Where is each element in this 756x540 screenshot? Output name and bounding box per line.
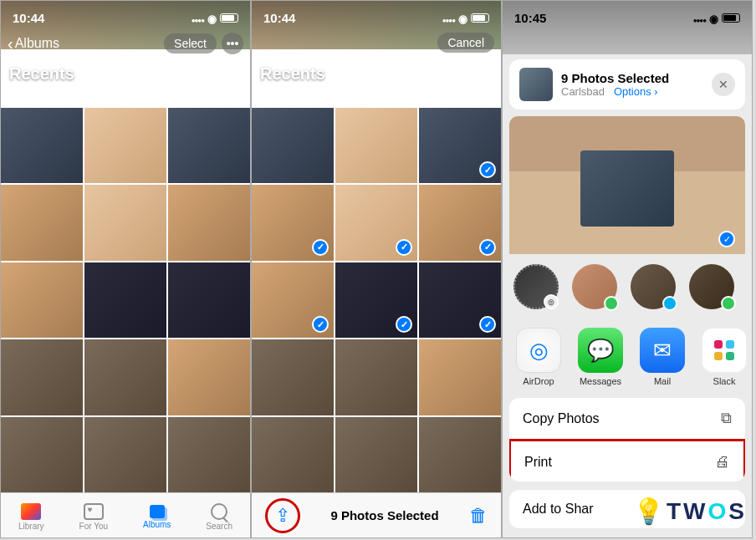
messages-icon: 💬 <box>578 328 623 373</box>
selected-check-icon: ✓ <box>479 161 496 178</box>
tab-library[interactable]: Library <box>18 503 44 531</box>
photo-thumb[interactable] <box>168 339 250 415</box>
cellular-signal-icon <box>693 11 706 25</box>
photo-thumb[interactable] <box>168 108 250 183</box>
cancel-button[interactable]: Cancel <box>437 33 494 53</box>
nav-right-actions: Select ••• <box>164 33 243 54</box>
photo-thumb[interactable] <box>168 262 250 338</box>
photo-thumb[interactable] <box>84 108 166 183</box>
skype-badge-icon <box>662 296 677 311</box>
options-link[interactable]: Options › <box>614 85 658 98</box>
more-button[interactable]: ••• <box>222 33 243 54</box>
cellular-signal-icon <box>192 11 204 25</box>
photo-thumb[interactable]: ✓ <box>419 185 501 260</box>
tab-label: For You <box>79 522 108 531</box>
highlight-circle: ⇪ <box>265 498 300 533</box>
section-title: Recents <box>260 64 325 84</box>
tab-label: Albums <box>143 520 171 529</box>
nav-bar: ‹ Albums Select ••• <box>1 33 250 54</box>
action-copy-photos[interactable]: Copy Photos ⧉ <box>509 398 745 440</box>
select-button[interactable]: Select <box>164 33 217 53</box>
back-label: Albums <box>15 36 59 51</box>
photo-thumb[interactable]: ✓ <box>335 185 417 260</box>
photo-thumb[interactable] <box>335 108 417 183</box>
photo-thumb[interactable] <box>419 339 501 415</box>
airdrop-contact[interactable] <box>688 264 735 309</box>
tab-label: Library <box>18 522 44 531</box>
photo-thumb[interactable]: ✓ <box>419 108 501 183</box>
photo-thumb[interactable] <box>84 262 166 338</box>
airdrop-contact[interactable] <box>571 264 618 309</box>
action-label: Copy Photos <box>523 411 600 426</box>
photo-thumb[interactable] <box>252 417 334 492</box>
share-app-mail[interactable]: ✉ Mail <box>640 328 685 386</box>
status-time: 10:44 <box>13 11 44 25</box>
tab-for-you[interactable]: For You <box>79 503 108 531</box>
delete-button[interactable]: 🗑 <box>469 505 488 527</box>
tab-search[interactable]: Search <box>206 503 232 531</box>
photo-thumb[interactable] <box>335 339 417 415</box>
photo-thumb[interactable] <box>1 417 83 492</box>
screen-2-photos-selected: 10:44 Cancel Recents ✓ ✓ ✓ ✓ ✓ ✓ ✓ <box>251 0 502 538</box>
selected-check-icon: ✓ <box>718 231 735 247</box>
photo-thumb[interactable] <box>168 417 250 492</box>
share-actions-list: Copy Photos ⧉ Print 🖨 <box>509 398 745 481</box>
share-app-messages[interactable]: 💬 Messages <box>578 328 623 386</box>
screen-3-share-sheet: 10:45 9 Photos Selected Carlsbad Options… <box>502 0 753 538</box>
tab-label: Search <box>206 522 232 531</box>
photo-thumb[interactable] <box>1 185 83 260</box>
share-app-slack[interactable]: Slack <box>702 328 747 386</box>
app-label: Messages <box>580 376 621 386</box>
messages-badge-icon <box>604 296 619 311</box>
airdrop-contact[interactable] <box>630 264 677 309</box>
photo-thumb[interactable] <box>1 262 83 338</box>
selected-check-icon: ✓ <box>479 316 496 333</box>
photo-thumb[interactable]: ✓ <box>252 185 334 260</box>
action-print[interactable]: Print 🖨 <box>509 439 745 481</box>
share-icon: ⇪ <box>275 505 290 526</box>
app-label: Mail <box>654 376 671 386</box>
action-label: Print <box>524 455 552 470</box>
photo-thumb[interactable] <box>252 108 334 183</box>
status-time: 10:45 <box>514 11 546 25</box>
person-avatar <box>631 264 676 309</box>
tab-albums[interactable]: Albums <box>143 505 171 529</box>
photo-preview[interactable]: ✓ <box>509 116 745 254</box>
share-app-airdrop[interactable]: ◎ AirDrop <box>516 328 561 386</box>
photo-thumb[interactable] <box>252 339 334 415</box>
thumbnail-preview <box>519 68 553 101</box>
library-icon <box>21 503 41 520</box>
share-sheet-header: 9 Photos Selected Carlsbad Options › ✕ <box>509 59 745 110</box>
photo-thumb[interactable] <box>335 417 417 492</box>
photo-thumb[interactable] <box>1 108 83 183</box>
app-label: Slack <box>713 376 736 386</box>
slack-icon <box>702 328 747 373</box>
photo-thumb[interactable]: ✓ <box>419 262 501 338</box>
airdrop-contact[interactable]: ◎ <box>513 264 559 309</box>
status-indicators <box>693 11 740 25</box>
close-button[interactable]: ✕ <box>712 73 735 96</box>
person-avatar <box>572 264 617 309</box>
status-bar: 10:44 <box>252 1 501 34</box>
photo-thumb[interactable] <box>168 185 250 260</box>
photo-thumb[interactable] <box>419 417 501 492</box>
photo-thumb[interactable] <box>84 339 166 415</box>
photo-grid <box>1 108 250 492</box>
action-label: Add to Shar <box>523 502 594 516</box>
location-label: Carlsbad <box>561 85 605 98</box>
selected-check-icon: ✓ <box>396 316 412 333</box>
photo-thumb[interactable] <box>84 417 166 492</box>
albums-icon <box>150 505 165 518</box>
header-text: 9 Photos Selected Carlsbad Options › <box>561 71 703 98</box>
nav-bar: Cancel <box>252 33 501 53</box>
share-button[interactable]: ⇪ <box>275 505 290 527</box>
back-button[interactable]: ‹ Albums <box>8 34 59 53</box>
battery-icon <box>471 13 489 23</box>
photo-thumb[interactable]: ✓ <box>252 262 334 338</box>
status-bar: 10:44 <box>1 1 250 34</box>
tab-bar: Library For You Albums Search <box>1 492 250 537</box>
photo-thumb[interactable] <box>84 185 166 260</box>
photo-thumb[interactable] <box>1 339 83 415</box>
for-you-icon <box>84 503 104 520</box>
photo-thumb[interactable]: ✓ <box>335 262 417 338</box>
